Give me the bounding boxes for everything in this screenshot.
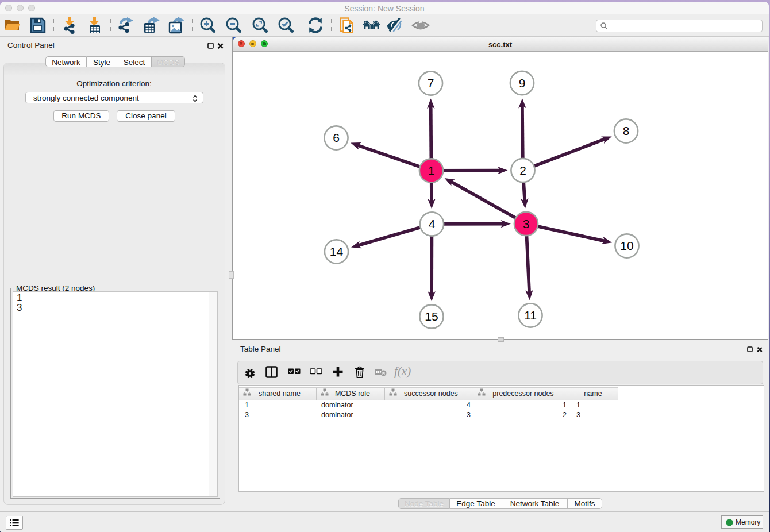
svg-text:7: 7 — [428, 76, 434, 90]
svg-text:10: 10 — [620, 239, 633, 252]
svg-text:15: 15 — [425, 310, 438, 323]
svg-text:3: 3 — [523, 217, 530, 230]
svg-text:14: 14 — [330, 245, 344, 258]
svg-text:6: 6 — [333, 131, 340, 144]
svg-text:4: 4 — [429, 217, 436, 230]
svg-text:9: 9 — [519, 76, 526, 90]
svg-text:11: 11 — [524, 309, 537, 322]
svg-text:2: 2 — [519, 164, 526, 177]
svg-text:1: 1 — [428, 164, 435, 177]
svg-text:8: 8 — [623, 124, 630, 137]
